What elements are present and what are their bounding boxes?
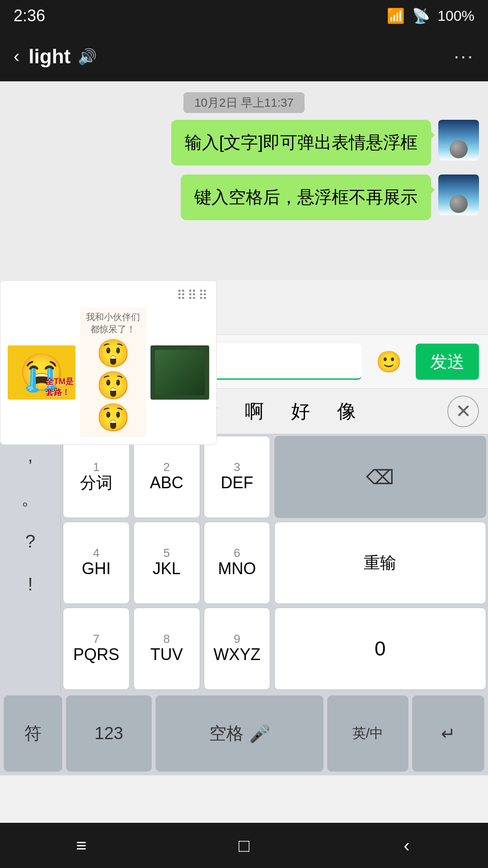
punct-period[interactable]: 。 (0, 485, 61, 512)
suggestion-item[interactable]: 像 (324, 399, 370, 424)
avatar-image (450, 195, 468, 213)
key-7-pqrs[interactable]: 7 PQRS (63, 608, 130, 690)
status-bar: 2:36 📶 📡 100% (0, 0, 488, 32)
avatar (438, 120, 479, 160)
suggestion-delete-button[interactable]: ✕ (447, 396, 479, 427)
punct-exclaim[interactable]: ! (0, 571, 61, 598)
emoji-popup: ⠿⠿⠿ 😭 全TM是套路！ 我和小伙伴们都惊呆了！ 😲😲😲 (0, 280, 217, 445)
key-2-abc[interactable]: 2 ABC (133, 436, 200, 518)
signal-icon: 📶 (387, 7, 405, 24)
lang-label: 英/中 (352, 724, 383, 743)
punct-question[interactable]: ? (0, 528, 61, 555)
message-row: 输入[文字]即可弹出表情悬浮框 (9, 120, 479, 165)
wifi-icon: 📡 (412, 7, 430, 24)
chat-area: 10月2日 早上11:37 输入[文字]即可弹出表情悬浮框 键入空格后，悬浮框不… (0, 81, 488, 280)
enter-button[interactable]: ↵ (412, 695, 484, 772)
mic-icon: 🎤 (249, 724, 270, 744)
keyboard-bottom-row: 符 123 空格 🎤 英/中 ↵ (0, 692, 488, 775)
emoji-sticker-2-label: 我和小伙伴们都惊呆了！ (84, 311, 142, 335)
home-nav-button[interactable]: □ (221, 832, 267, 859)
keyboard-punct-col2: ? ! (0, 520, 61, 606)
space-label: 空格 (209, 722, 244, 745)
status-icons: 📶 📡 100% (387, 7, 474, 24)
emoji-sticker-1[interactable]: 😭 全TM是套路！ (8, 345, 75, 400)
keyboard: , 。 1 分词 2 ABC 3 DEF ⌫ ? ! 4 (0, 434, 488, 775)
nav-bar: ≡ □ ‹ (0, 823, 488, 868)
emoji-sticker-1-text: 全TM是套路！ (46, 376, 74, 398)
date-label: 10月2日 早上11:37 (9, 95, 479, 111)
punct-switch-button[interactable]: 符 (4, 695, 62, 772)
avatar (438, 175, 479, 215)
emoji-sticker-2[interactable]: 我和小伙伴们都惊呆了！ 😲😲😲 (80, 307, 146, 437)
voice-icon[interactable]: 🔊 (78, 47, 97, 66)
key-8-tuv[interactable]: 8 TUV (133, 608, 200, 690)
emoji-sticker-3-image (155, 350, 205, 395)
send-button[interactable]: 发送 (416, 344, 479, 380)
page-title: light (28, 45, 70, 68)
key-3-def[interactable]: 3 DEF (204, 436, 271, 518)
message-bubble: 键入空格后，悬浮框不再展示 (181, 175, 431, 220)
key-1-fenci[interactable]: 1 分词 (63, 436, 130, 518)
punct-comma[interactable]: , (0, 442, 61, 469)
message-row: 键入空格后，悬浮框不再展示 (9, 175, 479, 220)
emoji-sticker-3[interactable] (150, 345, 209, 400)
key-6-mno[interactable]: 6 MNO (204, 522, 271, 604)
emoji-button-icon: 🙂 (376, 349, 402, 374)
menu-nav-button[interactable]: ≡ (59, 832, 104, 859)
keyboard-punct-col: , 。 (0, 434, 61, 520)
avatar-image (450, 140, 468, 158)
reenter-button[interactable]: 重输 (274, 522, 487, 604)
back-nav-button[interactable]: ‹ (384, 832, 429, 859)
num-switch-button[interactable]: 123 (66, 695, 152, 772)
key-9-wxyz[interactable]: 9 WXYZ (204, 608, 271, 690)
delete-icon: ✕ (455, 400, 471, 422)
back-button[interactable]: ‹ (14, 46, 19, 66)
emoji-popup-header: ⠿⠿⠿ (8, 288, 209, 303)
key-5-jkl[interactable]: 5 JKL (133, 522, 200, 604)
space-button[interactable]: 空格 🎤 (155, 695, 324, 772)
suggestion-item[interactable]: 啊 (231, 399, 277, 424)
time-display: 2:36 (14, 6, 45, 25)
emoji-sticker-2-icons: 😲😲😲 (84, 337, 142, 434)
title-bar: ‹ light 🔊 ··· (0, 32, 488, 81)
battery-display: 100% (437, 8, 474, 24)
keyboard-punct-col3 (0, 606, 61, 692)
backspace-button[interactable]: ⌫ (274, 436, 487, 518)
emoji-popup-content: 😭 全TM是套路！ 我和小伙伴们都惊呆了！ 😲😲😲 (8, 307, 209, 437)
more-options-button[interactable]: ··· (454, 46, 474, 66)
emoji-button[interactable]: 🙂 (371, 344, 407, 380)
key-4-ghi[interactable]: 4 GHI (63, 522, 130, 604)
suggestion-item[interactable]: 好 (277, 399, 324, 424)
emoji-popup-grid-icon[interactable]: ⠿⠿⠿ (177, 288, 209, 303)
lang-switch-button[interactable]: 英/中 (327, 695, 408, 772)
message-bubble: 输入[文字]即可弹出表情悬浮框 (171, 120, 431, 165)
key-0[interactable]: 0 (274, 608, 487, 690)
